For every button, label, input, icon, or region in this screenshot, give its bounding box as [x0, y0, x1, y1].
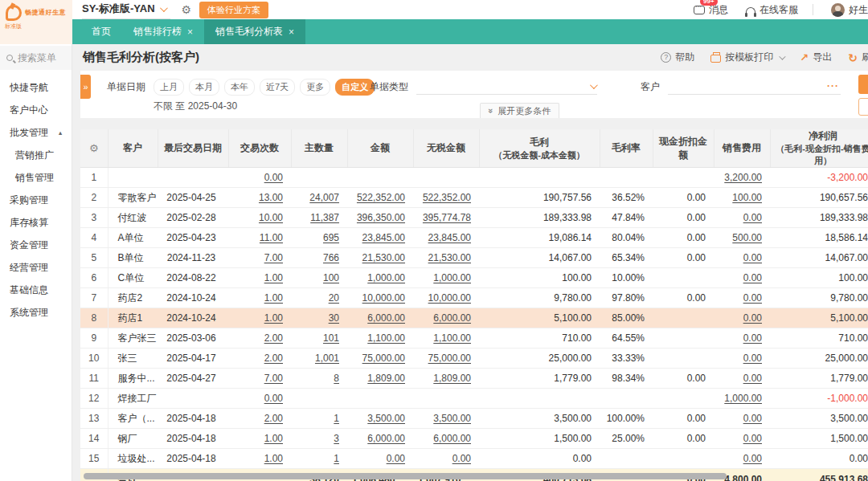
- column-settings-gear-icon[interactable]: ⚙: [80, 129, 108, 168]
- table-row[interactable]: 10.003,200.00-3,200.00: [80, 168, 868, 188]
- drilldown-link[interactable]: 1.00: [264, 292, 283, 304]
- table-row[interactable]: 6C单位2024-08-221.001001,000.001,000.00100…: [80, 268, 868, 288]
- table-row[interactable]: 10张三2025-04-172.001,00175,000.0075,000.0…: [80, 349, 868, 369]
- drilldown-link[interactable]: 3: [334, 433, 339, 444]
- drilldown-link[interactable]: 0.00: [743, 312, 762, 324]
- drilldown-link[interactable]: 1.00: [264, 433, 283, 444]
- table-row[interactable]: 4A单位2025-04-2311.0069523,845.0023,845.00…: [80, 228, 868, 248]
- drilldown-link[interactable]: 1,000.00: [724, 393, 762, 404]
- drilldown-link[interactable]: 24,007: [309, 192, 339, 203]
- print-by-template-button[interactable]: 按模板打印: [710, 51, 784, 64]
- chevron-down-icon[interactable]: [780, 53, 786, 59]
- drilldown-link[interactable]: 0.00: [743, 373, 762, 384]
- drilldown-link[interactable]: 0.00: [264, 172, 283, 183]
- query-button[interactable]: [858, 75, 868, 94]
- drilldown-link[interactable]: 30: [329, 312, 339, 324]
- user-menu[interactable]: 好生: [831, 3, 868, 17]
- drilldown-link[interactable]: 7.00: [264, 252, 283, 263]
- sidebar-item-销售管理[interactable]: 销售管理: [0, 166, 72, 189]
- table-row[interactable]: 14钢厂2025-04-181.0036,000.006,000.001,500…: [80, 429, 868, 449]
- workspace-selector[interactable]: SY-标准版-YAN: [82, 0, 170, 19]
- drilldown-link[interactable]: 396,350.00: [357, 212, 405, 223]
- tab-首页[interactable]: 首页: [80, 19, 122, 44]
- drilldown-link[interactable]: 1.00: [264, 272, 283, 283]
- scrollbar-thumb[interactable]: [84, 473, 727, 479]
- drilldown-link[interactable]: 522,352.00: [357, 192, 405, 203]
- date-pill-上月[interactable]: 上月: [154, 79, 184, 96]
- date-pill-本月[interactable]: 本月: [189, 79, 219, 96]
- table-row[interactable]: 13客户（...2025-04-182.0013,500.003,500.003…: [80, 409, 868, 429]
- sidebar-item-经营管理[interactable]: 经营管理: [0, 256, 72, 279]
- drilldown-link[interactable]: 21,530.00: [428, 252, 471, 263]
- menu-search[interactable]: [0, 46, 72, 70]
- drilldown-link[interactable]: 3,500.00: [367, 413, 405, 424]
- drilldown-link[interactable]: 6,000.00: [367, 433, 405, 444]
- online-support-button[interactable]: 在线客服: [746, 3, 798, 17]
- drilldown-link[interactable]: 766: [323, 252, 339, 263]
- sidebar-item-系统管理[interactable]: 系统管理: [0, 301, 72, 324]
- drilldown-link[interactable]: 522,352.00: [423, 192, 471, 203]
- drilldown-link[interactable]: 695: [323, 232, 339, 243]
- drilldown-link[interactable]: 500.00: [732, 232, 762, 243]
- drilldown-link[interactable]: 1,100.00: [433, 332, 471, 344]
- drilldown-link[interactable]: 23,845.00: [362, 232, 405, 243]
- drilldown-link[interactable]: 3,500.00: [433, 413, 471, 424]
- drilldown-link[interactable]: 10,000.00: [362, 292, 405, 304]
- expand-more-conditions-button[interactable]: » 展开更多条件: [480, 103, 559, 118]
- drilldown-link[interactable]: 23,845.00: [428, 232, 471, 243]
- drilldown-link[interactable]: 21,530.00: [362, 252, 405, 263]
- drilldown-link[interactable]: 100: [323, 272, 339, 283]
- drilldown-link[interactable]: 13.00: [259, 192, 283, 203]
- help-button[interactable]: ? 帮助: [661, 51, 694, 64]
- table-row[interactable]: 5B单位2024-11-237.0076621,530.0021,530.001…: [80, 248, 868, 268]
- sidebar-item-营销推广[interactable]: 营销推广: [0, 144, 72, 166]
- collapse-filter-tab[interactable]: »: [80, 75, 91, 99]
- drilldown-link[interactable]: 0.00: [743, 272, 762, 283]
- drilldown-link[interactable]: 0.00: [743, 332, 762, 344]
- drilldown-link[interactable]: 11.00: [260, 232, 283, 243]
- drilldown-link[interactable]: 1,000.00: [367, 272, 405, 283]
- search-input[interactable]: [18, 52, 66, 63]
- table-row[interactable]: 7药店22024-10-241.002010,000.0010,000.009,…: [80, 288, 868, 308]
- drilldown-link[interactable]: 7.00: [264, 373, 283, 384]
- drilldown-link[interactable]: 1.00: [264, 453, 283, 464]
- doc-type-input[interactable]: [416, 79, 597, 95]
- table-row[interactable]: 3付红波2025-02-2810.0011,387396,350.00395,7…: [80, 208, 868, 228]
- drilldown-link[interactable]: 0.00: [743, 212, 762, 223]
- sidebar-item-资金管理[interactable]: 资金管理: [0, 234, 72, 256]
- drilldown-link[interactable]: 20: [329, 292, 339, 304]
- drilldown-link[interactable]: 0.00: [743, 433, 762, 444]
- drilldown-link[interactable]: 0.00: [743, 252, 762, 263]
- tab-close-icon[interactable]: ×: [289, 27, 294, 37]
- sidebar-item-采购管理[interactable]: 采购管理: [0, 189, 72, 211]
- drilldown-link[interactable]: 1: [334, 453, 339, 464]
- drilldown-link[interactable]: 8: [334, 373, 339, 384]
- more-options-icon[interactable]: ···: [827, 80, 839, 92]
- drilldown-link[interactable]: 2.00: [264, 353, 283, 364]
- drilldown-link[interactable]: 75,000.00: [362, 353, 405, 364]
- date-pill-更多[interactable]: 更多: [300, 79, 330, 96]
- drilldown-link[interactable]: 10.00: [259, 212, 283, 223]
- table-row[interactable]: 8药店12024-10-241.00306,000.006,000.005,10…: [80, 308, 868, 328]
- date-pill-近7天[interactable]: 近7天: [260, 79, 295, 96]
- export-button[interactable]: ↗ 导出: [800, 51, 832, 64]
- drilldown-link[interactable]: 0.00: [264, 393, 283, 404]
- trial-solution-button[interactable]: 体验行业方案: [199, 2, 268, 18]
- drilldown-link[interactable]: 0.00: [743, 413, 762, 424]
- drilldown-link[interactable]: 1.00: [264, 312, 283, 324]
- drilldown-link[interactable]: 1: [334, 413, 339, 424]
- sidebar-item-库存核算[interactable]: 库存核算: [0, 211, 72, 234]
- drilldown-link[interactable]: 11,387: [310, 212, 339, 223]
- sidebar-item-基础信息[interactable]: 基础信息: [0, 279, 72, 301]
- sidebar-item-快捷导航[interactable]: 快捷导航: [0, 76, 72, 99]
- reset-button[interactable]: [858, 98, 868, 116]
- drilldown-link[interactable]: 2.00: [264, 332, 283, 344]
- table-row[interactable]: 11服务中...2025-04-277.0081,809.001,809.001…: [80, 369, 868, 389]
- drilldown-link[interactable]: 100.00: [732, 192, 762, 203]
- drilldown-link[interactable]: 6,000.00: [433, 312, 471, 324]
- drilldown-link[interactable]: 1,100.00: [367, 332, 405, 344]
- drilldown-link[interactable]: 1,809.00: [367, 373, 405, 384]
- drilldown-link[interactable]: 2.00: [264, 413, 283, 424]
- settings-gear-icon[interactable]: ⚙: [182, 3, 192, 16]
- table-row[interactable]: 9客户张三2025-03-062.001011,100.001,100.0071…: [80, 328, 868, 349]
